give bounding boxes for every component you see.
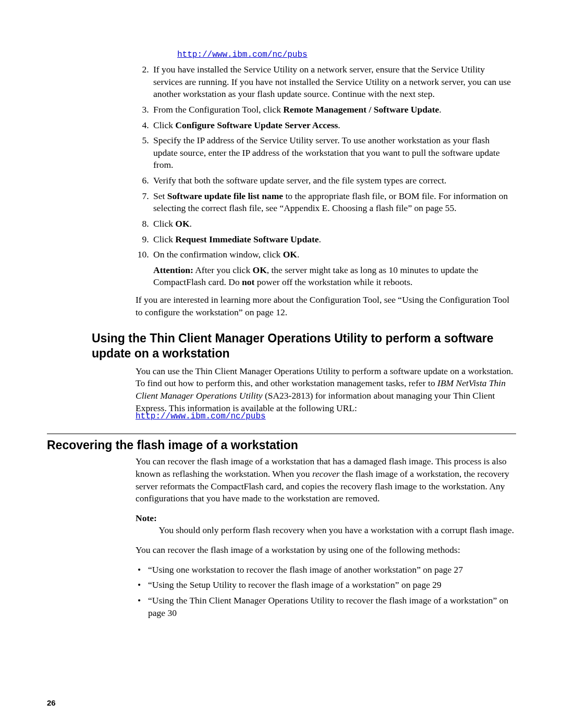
step-10: On the confirmation window, click OK. At… (151, 249, 516, 289)
method-2: “Using the Setup Utility to recover the … (146, 579, 516, 591)
page-number: 26 (47, 698, 56, 707)
post-list-paragraph: If you are interested in learning more a… (136, 294, 516, 318)
heading-recovering-flash: Recovering the flash image of a workstat… (47, 438, 516, 452)
step-10-attention: Attention: After you click OK, the serve… (153, 264, 516, 289)
recover-intro: You can recover the flash image of a wor… (136, 455, 516, 556)
top-url-block: http://www.ibm.com/nc/pubs (177, 50, 516, 59)
step-9: Click Request Immediate Software Update. (151, 233, 516, 246)
page-content: http://www.ibm.com/nc/pubs If you have i… (0, 0, 563, 643)
step-7: Set Software update file list name to th… (151, 190, 516, 215)
step-8: Click OK. (151, 218, 516, 230)
pubs-link-top[interactable]: http://www.ibm.com/nc/pubs (177, 50, 308, 59)
step-6: Verify that both the software update ser… (151, 175, 516, 187)
step-2: If you have installed the Service Utilit… (151, 64, 516, 101)
pubs-link-mid[interactable]: http://www.ibm.com/nc/pubs (136, 412, 266, 421)
recover-methods-list: “Using one workstation to recover the fl… (136, 564, 516, 620)
step-4: Click Configure Software Update Server A… (151, 119, 516, 132)
section-separator (47, 434, 516, 434)
tcm-paragraph: You can use the Thin Client Manager Oper… (136, 365, 516, 415)
heading-thin-client-manager: Using the Thin Client Manager Operations… (92, 331, 516, 361)
steps-list: If you have installed the Service Utilit… (136, 64, 516, 289)
method-1: “Using one workstation to recover the fl… (146, 564, 516, 576)
step-5: Specify the IP address of the Service Ut… (151, 134, 516, 171)
method-3: “Using the Thin Client Manager Operation… (146, 595, 516, 619)
step-3: From the Configuration Tool, click Remot… (151, 104, 516, 116)
